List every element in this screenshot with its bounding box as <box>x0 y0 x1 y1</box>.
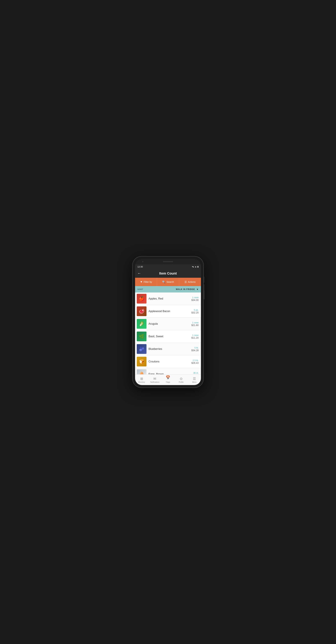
actions-button[interactable]: ☰ Actions <box>179 278 201 286</box>
item-name: Eggs, Brown <box>148 373 191 374</box>
nav-icon-directory: ⊞ <box>140 377 143 381</box>
item-thumbnail: 🫐 <box>137 344 146 354</box>
item-thumbnail: 🥬 <box>137 319 146 329</box>
item-quantity: 1 case <box>191 321 199 324</box>
nav-icon-profile: ⊙ <box>180 377 183 381</box>
nav-label-profile: Profile <box>179 381 184 383</box>
toolbar: ▼ Filter by 🔍 Search ☰ Actions <box>135 278 201 286</box>
list-item[interactable]: 🍞 Croutons 2.5 lb. $28.43 <box>135 355 201 368</box>
item-name: Blueberries <box>148 348 191 350</box>
power-button[interactable] <box>204 290 205 299</box>
item-thumbnail: 🥩 <box>137 306 146 316</box>
back-button[interactable]: ← <box>137 271 141 276</box>
item-quantity: 2.5 lb. <box>191 359 199 362</box>
list-item[interactable]: 🫐 Blueberries 5 lb. $34.28 <box>135 343 201 355</box>
item-price: $28.43 <box>191 362 199 364</box>
item-quantity: 5 lb. <box>191 346 199 349</box>
vol-down-button[interactable] <box>204 284 204 290</box>
sort-label: SORT <box>137 288 143 290</box>
nav-label-flags: Flags <box>166 381 170 383</box>
app-header: ← Item Count <box>135 269 201 278</box>
item-qty-price: 2.5 lb. $28.43 <box>191 359 199 364</box>
filter-by-label: Filter by <box>144 280 152 283</box>
actions-label: Actions <box>188 280 196 283</box>
sort-location: WALK IN FRIDGE <box>176 288 195 290</box>
item-thumbnail: 🍎 <box>137 294 146 304</box>
list-item[interactable]: 🌿 Basil, Sweet 1 case $11.20 <box>135 330 201 343</box>
item-qty-price: 5 lb. $34.28 <box>191 346 199 352</box>
item-name: Arugula <box>148 322 191 325</box>
item-thumbnail: 🥚 <box>137 369 146 374</box>
speaker <box>163 261 173 262</box>
sort-bar[interactable]: SORT WALK IN FRIDGE ▼ <box>135 286 201 292</box>
nav-item-directory[interactable]: ⊞ Directory <box>135 377 148 383</box>
nav-badge-wrap: ⚑ 86 <box>166 377 170 381</box>
phone-top-bar <box>135 259 201 264</box>
nav-item-profile[interactable]: ⊙ Profile <box>175 377 188 383</box>
item-name: Croutons <box>148 360 191 363</box>
search-label: Search <box>166 280 174 283</box>
search-icon: 🔍 <box>162 280 165 284</box>
item-price: $32.25 <box>191 311 199 314</box>
list-item[interactable]: 🍎 Apples, Red 1 case $34.00 <box>135 292 201 305</box>
status-icons: ▾▴ ▲ ▮ <box>192 266 199 268</box>
nav-label-directory: Directory <box>138 381 145 383</box>
filter-icon: ▼ <box>140 280 143 284</box>
item-quantity: 5 pk. <box>191 309 199 311</box>
item-price: $11.20 <box>191 336 199 339</box>
item-price: $34.00 <box>191 299 199 301</box>
nav-icon-menu: ☰ <box>193 377 196 381</box>
sort-dropdown-icon[interactable]: ▼ <box>196 288 199 291</box>
nav-item-menu[interactable]: ☰ Menu <box>188 377 201 383</box>
nav-icon-notifications: ✉ <box>153 377 156 381</box>
phone-device: 12:30 ▾▴ ▲ ▮ ← Item Count ▼ Filter by 🔍 … <box>133 256 203 388</box>
item-list: 🍎 Apples, Red 1 case $34.00 🥩 Applewood … <box>135 292 201 374</box>
item-quantity: 1 case <box>191 334 199 336</box>
nav-item-notifications[interactable]: ✉ Notifications <box>148 377 161 383</box>
nav-label-notifications: Notifications <box>150 381 159 383</box>
item-name: Applewood Bacon <box>148 310 191 313</box>
item-qty-price: 1 case $11.20 <box>191 334 199 339</box>
item-thumbnail: 🌿 <box>137 332 146 341</box>
front-camera <box>142 261 143 262</box>
nav-item-flags[interactable]: ⚑ 86 Flags <box>161 377 175 383</box>
item-quantity: 1 case <box>191 296 199 299</box>
item-qty-price: 1 case $34.00 <box>191 296 199 301</box>
flags-badge: 86 <box>166 375 170 378</box>
battery-icon: ▮ <box>197 266 199 268</box>
list-item[interactable]: 🥬 Arugula 1 case $21.60 <box>135 318 201 330</box>
item-qty-price: 36 ct. $20.67 <box>191 372 199 374</box>
item-price: $21.60 <box>191 324 199 326</box>
vol-up-button[interactable] <box>204 277 204 283</box>
list-item[interactable]: 🥚 Eggs, Brown 36 ct. $20.67 <box>135 368 201 374</box>
status-time: 12:30 <box>137 266 143 268</box>
item-name: Basil, Sweet <box>148 335 191 338</box>
item-thumbnail: 🍞 <box>137 357 146 366</box>
item-price: $34.28 <box>191 349 199 352</box>
filter-by-button[interactable]: ▼ Filter by <box>135 278 157 286</box>
page-title: Item Count <box>143 272 193 276</box>
wifi-icon: ▾▴ <box>192 266 194 268</box>
search-button[interactable]: 🔍 Search <box>157 278 179 286</box>
actions-icon: ☰ <box>185 280 187 284</box>
item-qty-price: 1 case $21.60 <box>191 321 199 326</box>
list-item[interactable]: 🥩 Applewood Bacon 5 pk. $32.25 <box>135 305 201 318</box>
signal-icon: ▲ <box>195 266 197 268</box>
nav-label-menu: Menu <box>192 381 196 383</box>
item-quantity: 36 ct. <box>191 372 199 374</box>
phone-screen: 12:30 ▾▴ ▲ ▮ ← Item Count ▼ Filter by 🔍 … <box>135 259 201 385</box>
bottom-nav: ⊞ Directory ✉ Notifications ⚑ 86 Flags ⊙… <box>135 374 201 385</box>
status-bar: 12:30 ▾▴ ▲ ▮ <box>135 264 201 269</box>
item-name: Apples, Red <box>148 297 191 300</box>
item-qty-price: 5 pk. $32.25 <box>191 309 199 314</box>
